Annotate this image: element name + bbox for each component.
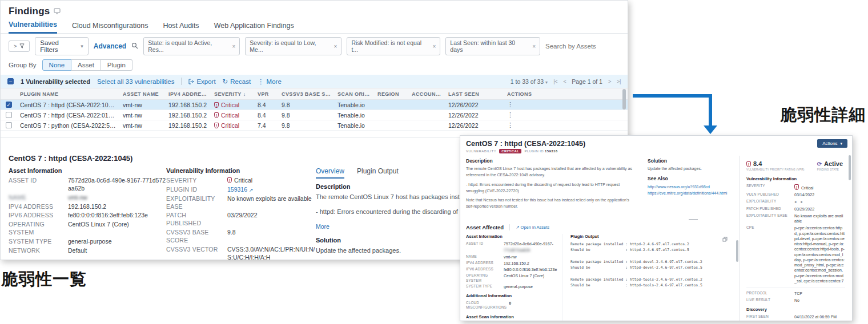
field-label: NETWORK	[9, 247, 68, 255]
filter-chip-risk-modified[interactable]: Risk Modified: is not equal t... ×	[347, 37, 440, 55]
table-row[interactable]: CentOS 7 : python (CESA-2022:5235) vmt-n…	[1, 120, 628, 131]
column-plugin-name[interactable]: PLUGIN NAME	[17, 91, 119, 97]
field-label: CPE	[746, 225, 794, 284]
page-next-button[interactable]: >	[608, 78, 611, 84]
tab-host-audits[interactable]: Host Audits	[163, 22, 199, 33]
column-asset-name[interactable]: ASSET NAME	[119, 91, 165, 97]
field-label: SYSTEM TYPE	[466, 284, 504, 289]
column-region[interactable]: REGION	[374, 91, 408, 97]
field-row: PATCH PUBLISHED03/29/2022	[166, 212, 316, 228]
row-actions-menu-icon[interactable]: ⋮	[507, 122, 513, 128]
section-title: Vulnerability Information	[166, 167, 316, 174]
collapse-handle[interactable]	[689, 219, 698, 220]
group-by-none-button[interactable]: None	[42, 59, 72, 71]
column-ipv4-address[interactable]: IPV4 ADDRESS	[165, 91, 211, 97]
tab-overview[interactable]: Overview	[316, 167, 344, 179]
section-title: Vulnerability Information	[746, 176, 845, 181]
range-dropdown[interactable]: 1 to 33 of 33 ▾	[511, 78, 548, 85]
actions-button[interactable]: Actions ▾	[817, 139, 847, 148]
severity-badge: Critical	[221, 102, 239, 108]
column-severity[interactable]: SEVERITY↓	[211, 91, 254, 97]
popup-scrollbar[interactable]	[849, 155, 851, 180]
field-value: general-purpose	[504, 284, 562, 289]
detail-main-area: Description The remote CentOS Linux 7 ho…	[460, 156, 739, 321]
table-row[interactable]: CentOS 7 : httpd (CESA-2022:0143) vmt-nw…	[1, 110, 628, 120]
column-scan-origin[interactable]: SCAN ORIGIN	[334, 91, 374, 97]
field-row: 771d572aa62b	[466, 248, 562, 253]
field-value: 03/29/2022	[794, 206, 845, 212]
more-button[interactable]: ⋮ More	[258, 78, 282, 86]
remove-filter-icon[interactable]: ×	[433, 43, 436, 50]
row-actions-menu-icon[interactable]: ⋮	[507, 101, 513, 108]
group-by-asset-button[interactable]: Asset	[71, 59, 101, 71]
section-title: Additional Information	[9, 260, 166, 260]
row-checkbox[interactable]: ✓	[6, 102, 12, 108]
main-area-scrollbar[interactable]	[736, 240, 738, 262]
field-row: SYSTEM TYPEgeneral-purpose	[9, 238, 166, 246]
filter-bar: > Saved Filters ▾ Advanced State: is equ…	[1, 34, 628, 58]
recast-button[interactable]: ↻ Recast	[223, 78, 251, 86]
column-vpr[interactable]: VPR	[254, 91, 278, 97]
description-paragraph: - httpd: Errors encountered during the d…	[466, 182, 637, 195]
expand-output-icon[interactable]	[722, 234, 728, 244]
field-value: fe80:0:0:0:f816:3eff:feb6:123e	[504, 267, 562, 272]
tab-vulnerabilities[interactable]: Vulnerabilities	[9, 21, 57, 34]
select-all-checkbox[interactable]: –	[7, 78, 14, 84]
tab-cloud-misconfigurations[interactable]: Cloud Misconfigurations	[72, 22, 148, 33]
tab-plugin-output[interactable]: Plugin Output	[357, 167, 399, 179]
cell-asset-name: vmt-nw	[119, 112, 165, 119]
see-also-link[interactable]: http://www.nessus.org/u?931d98cd	[648, 184, 733, 190]
page-prev-button[interactable]: <	[563, 78, 566, 84]
cell-plugin-name: CentOS 7 : httpd (CESA-2022:1045)	[17, 102, 119, 108]
filter-chip-severity[interactable]: Severity: is equal to Low, Me... ×	[245, 37, 341, 55]
chevron-down-icon: ▾	[545, 80, 548, 85]
field-value[interactable]: 159316↗	[227, 186, 316, 194]
tab-web-application-findings[interactable]: Web Application Findings	[214, 22, 294, 33]
chevron-right-icon: >	[14, 43, 17, 49]
filter-chip-last-seen[interactable]: Last Seen: within last 30 days ×	[445, 37, 540, 55]
open-in-assets-link[interactable]: ↗ Open in Assets	[516, 225, 549, 230]
saved-filters-button[interactable]: Saved Filters ▾	[35, 37, 89, 55]
remove-filter-icon[interactable]: ×	[334, 43, 337, 50]
advanced-filters-link[interactable]: Advanced	[94, 42, 126, 50]
see-also-link[interactable]: https://cve.mitre.org/data/definitions/4…	[648, 190, 733, 196]
row-actions-menu-icon[interactable]: ⋮	[507, 111, 513, 118]
description-heading: Description	[466, 158, 637, 164]
field-label: IPV4 ADDRESS	[9, 203, 68, 211]
row-checkbox[interactable]	[6, 122, 12, 128]
select-all-link[interactable]: Select all 33 vulnerabilities	[97, 78, 175, 85]
chevron-down-icon: ▾	[81, 43, 83, 49]
field-row: IPV6 ADDRESSfe80:0:0:0:f816:3eff:feb6:12…	[9, 212, 166, 220]
field-value: vmt-nw	[504, 254, 562, 260]
field-label: ASSET ID	[9, 177, 68, 193]
page-title: Findings	[9, 6, 50, 17]
export-button[interactable]: Export	[188, 78, 215, 85]
cell-asset-name: vmt-nw	[119, 102, 165, 108]
range-text: 1 to 33 of 33	[511, 78, 544, 85]
external-link-icon: ↗	[516, 225, 519, 230]
field-value: TCP	[794, 291, 845, 296]
remove-filter-icon[interactable]: ×	[232, 43, 235, 50]
finding-state-block: ⟳Active FINDING STATE	[817, 160, 843, 171]
finding-type-label: VULNERABILITY	[466, 149, 496, 153]
page-last-button[interactable]: >|	[617, 78, 621, 84]
critical-severity-badge: CRITICAL	[499, 149, 521, 153]
search-by-assets-input[interactable]	[545, 43, 620, 50]
table-scrollbar[interactable]	[622, 89, 626, 110]
field-row: NAMEvmt-nw	[466, 254, 562, 260]
column-last-seen[interactable]: LAST SEEN	[445, 91, 504, 97]
field-row: NAMEvmt-nw	[9, 194, 166, 202]
column-account-id[interactable]: ACCOUNT ID	[408, 91, 445, 97]
table-row[interactable]: ✓ CentOS 7 : httpd (CESA-2022:1045) vmt-…	[1, 100, 628, 110]
group-by-plugin-button[interactable]: Plugin	[101, 59, 132, 71]
expand-filters-button[interactable]: >	[9, 40, 30, 52]
field-row: OPERATING SYSTEMCentOS Linux 7 (Core)	[9, 221, 166, 237]
page-first-button[interactable]: |<	[553, 78, 557, 84]
column-cvssv3-base-score[interactable]: CVSSV3 BASE SCORE	[278, 91, 334, 97]
filter-chip-state[interactable]: State: is equal to Active, Res... ×	[143, 37, 240, 55]
export-label: Export	[196, 78, 215, 85]
cell-last-seen: 12/26/2022	[445, 102, 504, 108]
row-checkbox[interactable]	[6, 112, 12, 118]
remove-filter-icon[interactable]: ×	[532, 43, 536, 50]
field-label: CVSSV3 BASE SCORE	[166, 229, 227, 245]
